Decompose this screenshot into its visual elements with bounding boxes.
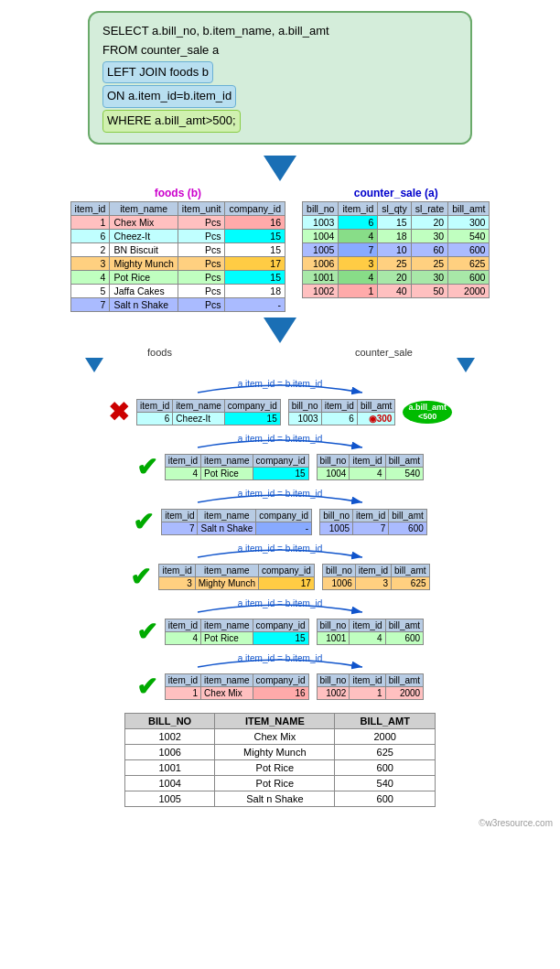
counter-sale-header-row: bill_no item_id sl_qty sl_rate bill_amt [303,201,490,215]
svg-text:a.item_id = b.item_id: a.item_id = b.item_id [238,434,323,444]
cs-bill-amt: 625 [448,256,490,270]
result-item-name: Mighty Munch [215,744,335,759]
mini-col-bill-amt: bill_amt [385,673,423,686]
mini-col-company-id: company_id [224,399,280,412]
svg-text:a.item_id = b.item_id: a.item_id = b.item_id [238,544,323,554]
cs-sl-qty: 18 [378,229,411,242]
sql-line1: SELECT a.bill_no, b.item_name, a.bill_am… [102,22,458,41]
foods-company-id: 15 [225,229,285,242]
mini-col-item-name: item_name [195,564,258,576]
mini-bill-no: 1004 [317,467,350,479]
mini-col-item-id: item_id [350,454,385,467]
mini-sale-table: bill_no item_id bill_amt 1003 6 ◉300 [288,399,396,425]
mini-foods-table: item_id item_name company_id 1 Chex Mix … [165,673,309,700]
result-col-bill-no: BILL_NO [125,713,215,728]
crossed-value: ◉300 [369,414,393,424]
sql-on: ON a.item_id=b.item_id [102,85,236,108]
mini-item-id: 4 [350,467,385,479]
cs-sl-rate: 30 [411,229,448,242]
curved-arrow-svg: a.item_id = b.item_id [143,431,417,451]
mini-company-id: 15 [224,412,280,425]
curved-arrow-svg: a.item_id = b.item_id [143,541,417,561]
mini-col-bill-amt: bill_amt [357,399,394,412]
result-bill-amt: 540 [335,775,436,791]
mini-sale-table: bill_no item_id bill_amt 1002 1 2000 [317,673,425,700]
result-bill-no: 1002 [125,728,215,744]
mini-item-id: 3 [159,576,195,589]
cs-sl-rate: 30 [411,270,448,284]
cs-item-id: 6 [339,215,378,229]
result-bill-amt: 625 [335,744,436,759]
mini-col-item-id: item_id [137,399,173,412]
cs-bill-amt: 540 [448,229,490,242]
mini-sale-table: bill_no item_id bill_amt 1001 4 600 [317,619,425,645]
mini-company-id: 15 [253,467,308,479]
mini-col-item-name: item_name [173,399,224,412]
sql-line4: ON a.item_id=b.item_id [102,84,458,109]
mini-item-id: 7 [162,522,198,534]
table-row: 1001 Pot Rice 600 [125,759,436,775]
join-example: a.item_id = b.item_id ✔ item_id item_nam… [0,431,560,482]
mini-bill-amt: 625 [392,576,429,589]
mini-company-id: 17 [258,576,314,589]
mini-item-id: 3 [355,576,391,589]
mini-item-name: Pot Rice [201,467,253,479]
foods-table: item_id item_name item_unit company_id 1… [70,201,285,312]
mini-col-item-id: item_id [165,619,200,631]
mini-bill-no: 1005 [320,522,353,534]
mini-foods-table: item_id item_name company_id 4 Pot Rice … [165,619,309,645]
watermark: ©w3resource.com [0,818,553,828]
cs-item-id: 4 [339,229,378,242]
mini-item-id: 6 [321,412,357,425]
table-row: 1002 Chex Mix 2000 [125,728,436,744]
join-tables-row: ✔ item_id item_name company_id 3 Mighty … [0,562,560,592]
mini-col-bill-no: bill_no [317,619,350,631]
result-bill-amt: 2000 [335,728,436,744]
list-item: 7 Salt n Shake Pcs - [70,297,285,311]
mini-item-id: 4 [350,631,385,644]
table-row: 1006 Mighty Munch 625 [125,744,436,759]
mini-col-company-id: company_id [256,509,312,522]
check-mark: ✔ [133,507,154,537]
mini-item-name: Mighty Munch [195,576,258,589]
mini-company-id: 16 [253,686,308,699]
mini-bill-amt: 540 [385,467,423,479]
result-item-name: Pot Rice [215,759,335,775]
join-tables-row: ✔ item_id item_name company_id 1 Chex Mi… [0,672,560,702]
sql-line2: FROM counter_sale a [102,41,458,60]
result-bill-amt: 600 [335,759,436,775]
join-source-labels: foods counter_sale [0,347,560,358]
mini-item-id: 7 [353,522,389,534]
join-tables-row: ✔ item_id item_name company_id 7 Salt n … [0,507,560,537]
mini-bill-no: 1002 [317,686,350,699]
result-item-name: Chex Mix [215,728,335,744]
mini-item-id: 1 [350,686,385,699]
mini-col-item-id: item_id [353,509,389,522]
join-example: a.item_id = b.item_id ✖ item_id item_nam… [0,376,560,427]
mini-item-id: 6 [137,412,173,425]
foods-item-unit: Pcs [178,297,225,311]
foods-table-block: foods (b) item_id item_name item_unit co… [70,187,285,312]
foods-item-id: 5 [70,284,110,297]
mini-foods-table: item_id item_name company_id 6 Cheez-It … [136,399,281,425]
mini-col-company-id: company_id [253,619,308,631]
foods-item-unit: Pcs [178,229,225,242]
check-mark: ✔ [136,452,157,482]
join-example: a.item_id = b.item_id ✔ item_id item_nam… [0,486,560,537]
mini-col-item-name: item_name [201,619,253,631]
foods-company-id: 15 [225,270,285,284]
mini-sale-table: bill_no item_id bill_amt 1006 3 625 [322,564,430,590]
mini-col-bill-no: bill_no [320,509,353,522]
foods-item-unit: Pcs [178,215,225,229]
foods-company-id: - [225,297,285,311]
mini-col-item-id: item_id [350,619,385,631]
foods-company-id: 15 [225,242,285,256]
mini-col-bill-amt: bill_amt [392,564,429,576]
svg-text:a.item_id = b.item_id: a.item_id = b.item_id [238,489,323,499]
mini-col-item-id: item_id [165,454,200,467]
list-item: 4 Pot Rice Pcs 15 [70,270,285,284]
mini-col-item-name: item_name [198,509,256,522]
foods-item-name: Pot Rice [110,270,178,284]
foods-item-unit: Pcs [178,242,225,256]
mini-col-item-id: item_id [165,673,200,686]
